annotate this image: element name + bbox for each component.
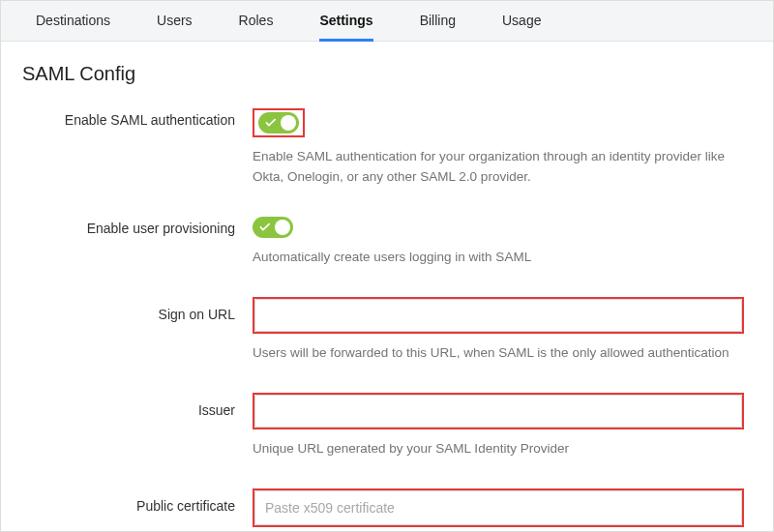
issuer-input[interactable] (254, 395, 742, 428)
enable-saml-label: Enable SAML authentication (22, 108, 253, 188)
provisioning-help: Automatically create users logging in wi… (253, 248, 736, 268)
issuer-help: Unique URL generated by your SAML Identi… (253, 439, 736, 459)
check-icon (265, 115, 279, 129)
page-body: SAML Config Enable SAML authentication E… (1, 42, 773, 527)
nav-tabs: Destinations Users Roles Settings Billin… (1, 1, 773, 42)
row-provisioning: Enable user provisioning Automatically c… (22, 217, 756, 268)
row-issuer: Issuer Unique URL generated by your SAML… (22, 393, 756, 459)
tab-usage[interactable]: Usage (502, 1, 541, 42)
tab-destinations[interactable]: Destinations (36, 1, 110, 42)
highlight-issuer-input (253, 393, 744, 429)
provisioning-toggle[interactable] (253, 217, 293, 238)
toggle-knob-icon (281, 115, 296, 131)
tab-billing[interactable]: Billing (420, 1, 456, 42)
signon-url-help: Users will be forwarded to this URL, whe… (253, 343, 736, 364)
signon-url-input[interactable] (254, 299, 742, 332)
enable-saml-help: Enable SAML authentication for your orga… (253, 147, 736, 188)
tab-settings[interactable]: Settings (319, 1, 372, 42)
provisioning-label: Enable user provisioning (22, 217, 253, 268)
tab-roles[interactable]: Roles (239, 1, 274, 42)
signon-url-label: Sign on URL (22, 297, 253, 364)
highlight-cert-input (253, 488, 744, 527)
row-enable-saml: Enable SAML authentication Enable SAML a… (22, 108, 756, 188)
highlight-signon-input (253, 297, 744, 334)
tab-users[interactable]: Users (157, 1, 193, 42)
public-cert-label: Public certificate (22, 488, 253, 527)
enable-saml-toggle[interactable] (258, 112, 299, 133)
highlight-enable-toggle (253, 108, 305, 137)
public-cert-input[interactable] (254, 490, 742, 525)
page-title: SAML Config (22, 63, 756, 85)
issuer-label: Issuer (22, 393, 253, 459)
row-public-cert: Public certificate (22, 488, 756, 527)
check-icon (259, 220, 273, 233)
toggle-knob-icon (275, 220, 290, 235)
row-signon-url: Sign on URL Users will be forwarded to t… (22, 297, 756, 364)
